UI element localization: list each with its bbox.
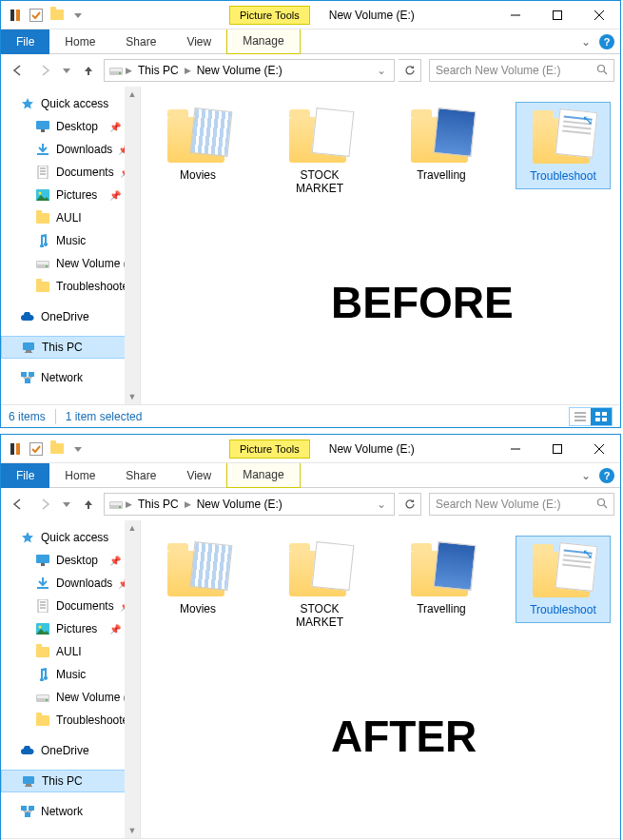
forward-button[interactable] bbox=[33, 493, 56, 516]
sidebar-item[interactable]: AULI bbox=[1, 640, 140, 663]
sidebar-item[interactable]: AULI bbox=[1, 206, 140, 229]
scroll-up-icon[interactable]: ▲ bbox=[125, 520, 140, 536]
qat-checkbox-icon[interactable] bbox=[28, 7, 45, 24]
sidebar-item[interactable]: Desktop📌 bbox=[1, 549, 140, 572]
chevron-right-icon[interactable]: ▶ bbox=[183, 499, 193, 509]
scroll-down-icon[interactable]: ▼ bbox=[125, 389, 140, 404]
folder-item[interactable]: STOCK MARKET bbox=[272, 102, 367, 201]
close-button[interactable] bbox=[578, 2, 620, 29]
breadcrumb-this-pc[interactable]: This PC bbox=[134, 498, 183, 511]
qat-folder-icon[interactable] bbox=[49, 7, 66, 24]
svg-rect-15 bbox=[38, 166, 48, 179]
sidebar-network[interactable]: Network bbox=[1, 366, 140, 389]
sidebar-this-pc[interactable]: This PC bbox=[1, 770, 140, 792]
ribbon-expand-icon[interactable]: ⌄ bbox=[576, 469, 595, 482]
help-button[interactable]: ? bbox=[599, 468, 614, 483]
folder-item[interactable]: ⤡Troubleshoot bbox=[516, 536, 611, 623]
chevron-right-icon[interactable]: ▶ bbox=[124, 499, 134, 509]
recent-dropdown-icon[interactable] bbox=[60, 493, 73, 516]
sidebar-scrollbar[interactable]: ▲ ▼ bbox=[125, 520, 140, 838]
back-button[interactable] bbox=[7, 59, 29, 82]
sidebar-item[interactable]: Troubleshooter W bbox=[1, 275, 140, 298]
scroll-up-icon[interactable]: ▲ bbox=[125, 87, 140, 102]
share-tab[interactable]: Share bbox=[110, 463, 171, 488]
sidebar-quick-access[interactable]: Quick access bbox=[1, 526, 140, 549]
address-bar[interactable]: ▶ This PC ▶ New Volume (E:) ⌄ bbox=[104, 493, 395, 516]
folder-icon bbox=[285, 107, 354, 163]
recent-dropdown-icon[interactable] bbox=[60, 59, 73, 82]
sidebar-item-label: Documents bbox=[56, 599, 114, 613]
qat-dropdown-icon[interactable] bbox=[69, 7, 87, 24]
maximize-button[interactable] bbox=[536, 2, 578, 29]
qat-properties-icon[interactable] bbox=[7, 440, 24, 458]
manage-tab[interactable]: Manage bbox=[226, 29, 300, 54]
chevron-right-icon[interactable]: ▶ bbox=[183, 66, 193, 75]
search-input[interactable]: Search New Volume (E:) bbox=[429, 493, 614, 516]
help-button[interactable]: ? bbox=[599, 34, 614, 49]
minimize-button[interactable] bbox=[495, 2, 536, 29]
file-tab[interactable]: File bbox=[1, 463, 49, 488]
folder-item[interactable]: Travelling bbox=[394, 102, 489, 187]
minimize-button[interactable] bbox=[495, 436, 536, 462]
search-input[interactable]: Search New Volume (E:) bbox=[429, 59, 614, 82]
sidebar-item[interactable]: New Volume (E:) bbox=[1, 686, 140, 709]
forward-button[interactable] bbox=[33, 59, 56, 82]
breadcrumb-this-pc[interactable]: This PC bbox=[134, 64, 183, 77]
content-pane[interactable]: MoviesSTOCK MARKETTravelling⤡Troubleshoo… bbox=[141, 87, 620, 404]
qat-checkbox-icon[interactable] bbox=[28, 440, 45, 458]
view-tab[interactable]: View bbox=[171, 463, 226, 488]
sidebar-item[interactable]: Documents📌 bbox=[1, 161, 140, 184]
file-tab[interactable]: File bbox=[1, 29, 49, 54]
folder-item[interactable]: Travelling bbox=[394, 536, 489, 621]
qat-folder-icon[interactable] bbox=[49, 440, 66, 458]
view-tab[interactable]: View bbox=[171, 29, 226, 54]
content-pane[interactable]: MoviesSTOCK MARKETTravelling⤡Troubleshoo… bbox=[141, 520, 620, 838]
up-button[interactable] bbox=[77, 493, 100, 516]
sidebar-item[interactable]: Troubleshooter W bbox=[1, 709, 140, 732]
back-button[interactable] bbox=[7, 493, 29, 516]
scroll-down-icon[interactable]: ▼ bbox=[125, 823, 140, 838]
sidebar-this-pc[interactable]: This PC bbox=[1, 336, 140, 359]
sidebar-scrollbar[interactable]: ▲ ▼ bbox=[125, 87, 140, 404]
qat-properties-icon[interactable] bbox=[7, 7, 24, 24]
refresh-button[interactable] bbox=[399, 493, 421, 516]
sidebar-item-label: Desktop bbox=[56, 120, 98, 133]
ribbon-expand-icon[interactable]: ⌄ bbox=[576, 35, 595, 49]
share-tab[interactable]: Share bbox=[110, 29, 171, 54]
address-dropdown-icon[interactable]: ⌄ bbox=[373, 498, 390, 511]
refresh-button[interactable] bbox=[399, 59, 421, 82]
sidebar-item[interactable]: Desktop📌 bbox=[1, 115, 140, 138]
sidebar-item[interactable]: Downloads📌 bbox=[1, 572, 140, 595]
sidebar-item[interactable]: Pictures📌 bbox=[1, 184, 140, 206]
sidebar-network[interactable]: Network bbox=[1, 800, 140, 823]
folder-item[interactable]: Movies bbox=[150, 102, 245, 187]
sidebar-onedrive[interactable]: OneDrive bbox=[1, 305, 140, 328]
sidebar-item[interactable]: Pictures📌 bbox=[1, 617, 140, 640]
sidebar-item[interactable]: New Volume (E:) bbox=[1, 252, 140, 275]
breadcrumb-volume[interactable]: New Volume (E:) bbox=[193, 498, 286, 511]
sidebar-item[interactable]: Documents📌 bbox=[1, 595, 140, 617]
folder-item[interactable]: STOCK MARKET bbox=[272, 536, 367, 635]
home-tab[interactable]: Home bbox=[49, 29, 110, 54]
folder-item[interactable]: Movies bbox=[150, 536, 245, 621]
manage-tab[interactable]: Manage bbox=[226, 463, 300, 488]
maximize-button[interactable] bbox=[536, 436, 578, 462]
home-tab[interactable]: Home bbox=[49, 463, 110, 488]
address-dropdown-icon[interactable]: ⌄ bbox=[373, 64, 390, 77]
qat-dropdown-icon[interactable] bbox=[69, 440, 87, 458]
sidebar-item[interactable]: Music bbox=[1, 663, 140, 686]
sidebar-quick-access[interactable]: Quick access bbox=[1, 92, 140, 115]
folder-item[interactable]: ⤡Troubleshoot bbox=[516, 102, 611, 189]
sidebar-item-label: Documents bbox=[56, 166, 114, 179]
details-view-button[interactable] bbox=[570, 408, 591, 425]
sidebar-item[interactable]: Music bbox=[1, 229, 140, 252]
svg-rect-34 bbox=[602, 412, 607, 416]
icons-view-button[interactable] bbox=[591, 408, 612, 425]
sidebar-onedrive[interactable]: OneDrive bbox=[1, 739, 140, 762]
chevron-right-icon[interactable]: ▶ bbox=[124, 66, 134, 75]
sidebar-item[interactable]: Downloads📌 bbox=[1, 138, 140, 161]
close-button[interactable] bbox=[578, 436, 620, 462]
breadcrumb-volume[interactable]: New Volume (E:) bbox=[193, 64, 286, 77]
up-button[interactable] bbox=[77, 59, 100, 82]
address-bar[interactable]: ▶ This PC ▶ New Volume (E:) ⌄ bbox=[104, 59, 395, 82]
